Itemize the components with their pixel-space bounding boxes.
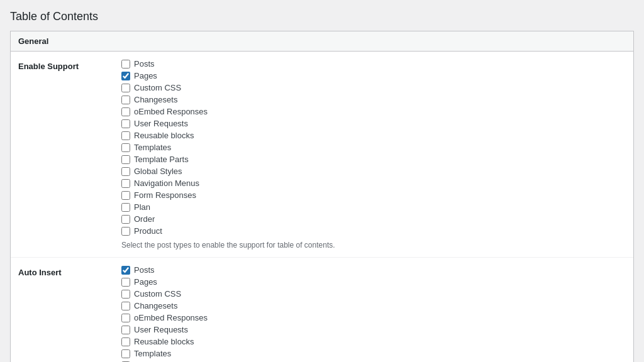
enable-support-row: Enable Support PostsPagesCustom CSSChang… [11, 52, 633, 258]
checkbox-item: Templates [121, 349, 623, 358]
label-es_changesets[interactable]: Changesets [134, 95, 177, 104]
checkbox-es_templates[interactable] [121, 143, 130, 152]
enable-support-label: Enable Support [11, 52, 111, 258]
label-es_custom_css[interactable]: Custom CSS [134, 83, 181, 92]
settings-table: Enable Support PostsPagesCustom CSSChang… [11, 52, 633, 362]
checkbox-es_template_parts[interactable] [121, 155, 130, 164]
checkbox-item: User Requests [121, 325, 623, 334]
checkbox-item: Changesets [121, 95, 623, 104]
label-es_oembed[interactable]: oEmbed Responses [134, 107, 208, 116]
checkbox-item: Pages [121, 71, 623, 80]
checkbox-ai_pages[interactable] [121, 278, 130, 287]
checkbox-ai_templates[interactable] [121, 349, 130, 358]
checkbox-ai_user_requests[interactable] [121, 326, 130, 334]
checkbox-ai_oembed[interactable] [121, 314, 130, 322]
label-es_form_responses[interactable]: Form Responses [134, 190, 196, 200]
checkbox-item: Order [121, 214, 623, 224]
checkbox-item: Form Responses [121, 190, 623, 200]
label-es_global_styles[interactable]: Global Styles [134, 167, 182, 176]
checkbox-item: oEmbed Responses [121, 313, 623, 322]
checkbox-es_global_styles[interactable] [121, 167, 130, 176]
checkbox-item: Posts [121, 265, 623, 275]
checkbox-es_form_responses[interactable] [121, 191, 130, 200]
checkbox-es_posts[interactable] [121, 60, 130, 69]
enable-support-help: Select the post types to enable the supp… [121, 241, 623, 250]
checkbox-ai_reusable[interactable] [121, 337, 130, 346]
checkbox-item: Reusable blocks [121, 337, 623, 346]
label-es_plan[interactable]: Plan [134, 202, 150, 212]
label-ai_pages[interactable]: Pages [134, 277, 157, 287]
checkbox-es_pages[interactable] [121, 72, 130, 80]
checkbox-es_reusable[interactable] [121, 131, 130, 140]
label-es_templates[interactable]: Templates [134, 143, 171, 152]
checkbox-item: Product [121, 226, 623, 236]
checkbox-item: Custom CSS [121, 83, 623, 92]
label-es_order[interactable]: Order [134, 214, 155, 224]
label-es_user_requests[interactable]: User Requests [134, 119, 188, 128]
checkbox-item: Template Parts [121, 155, 623, 164]
checkbox-item: User Requests [121, 119, 623, 128]
checkbox-es_changesets[interactable] [121, 96, 130, 104]
checkbox-ai_custom_css[interactable] [121, 290, 130, 299]
checkbox-es_nav_menus[interactable] [121, 179, 130, 188]
checkbox-es_custom_css[interactable] [121, 84, 130, 92]
checkbox-item: Templates [121, 143, 623, 152]
checkbox-item: Global Styles [121, 167, 623, 176]
label-es_template_parts[interactable]: Template Parts [134, 155, 189, 164]
auto-insert-label: Auto Insert [11, 258, 111, 363]
checkbox-es_order[interactable] [121, 215, 130, 224]
label-ai_changesets[interactable]: Changesets [134, 301, 177, 310]
label-es_product[interactable]: Product [134, 226, 162, 236]
checkbox-item: Pages [121, 277, 623, 287]
checkbox-es_product[interactable] [121, 227, 130, 236]
checkbox-item: Custom CSS [121, 289, 623, 299]
label-es_reusable[interactable]: Reusable blocks [134, 131, 194, 140]
enable-support-content: PostsPagesCustom CSSChangesetsoEmbed Res… [111, 52, 633, 258]
label-es_pages[interactable]: Pages [134, 71, 157, 80]
checkbox-item: oEmbed Responses [121, 107, 623, 116]
label-ai_reusable[interactable]: Reusable blocks [134, 337, 194, 346]
label-ai_custom_css[interactable]: Custom CSS [134, 289, 181, 299]
auto-insert-content: PostsPagesCustom CSSChangesetsoEmbed Res… [111, 258, 633, 363]
checkbox-es_oembed[interactable] [121, 107, 130, 116]
checkbox-es_user_requests[interactable] [121, 119, 130, 128]
label-ai_posts[interactable]: Posts [134, 265, 155, 275]
checkbox-item: Posts [121, 59, 623, 69]
section-header: General [11, 31, 633, 52]
label-ai_oembed[interactable]: oEmbed Responses [134, 313, 208, 322]
label-es_posts[interactable]: Posts [134, 59, 155, 69]
label-es_nav_menus[interactable]: Navigation Menus [134, 178, 199, 188]
auto-insert-row: Auto Insert PostsPagesCustom CSSChangese… [11, 258, 633, 363]
page-title: Table of Contents [10, 10, 634, 23]
checkbox-item: Navigation Menus [121, 178, 623, 188]
label-ai_user_requests[interactable]: User Requests [134, 325, 188, 334]
checkbox-item: Changesets [121, 301, 623, 310]
checkbox-item: Plan [121, 202, 623, 212]
label-ai_templates[interactable]: Templates [134, 349, 171, 358]
checkbox-item: Reusable blocks [121, 131, 623, 140]
checkbox-es_plan[interactable] [121, 203, 130, 212]
auto-insert-checkboxes: PostsPagesCustom CSSChangesetsoEmbed Res… [121, 265, 623, 362]
checkbox-ai_changesets[interactable] [121, 302, 130, 310]
checkbox-ai_posts[interactable] [121, 266, 130, 275]
enable-support-checkboxes: PostsPagesCustom CSSChangesetsoEmbed Res… [121, 59, 623, 236]
settings-card: General Enable Support PostsPagesCustom … [10, 31, 634, 362]
